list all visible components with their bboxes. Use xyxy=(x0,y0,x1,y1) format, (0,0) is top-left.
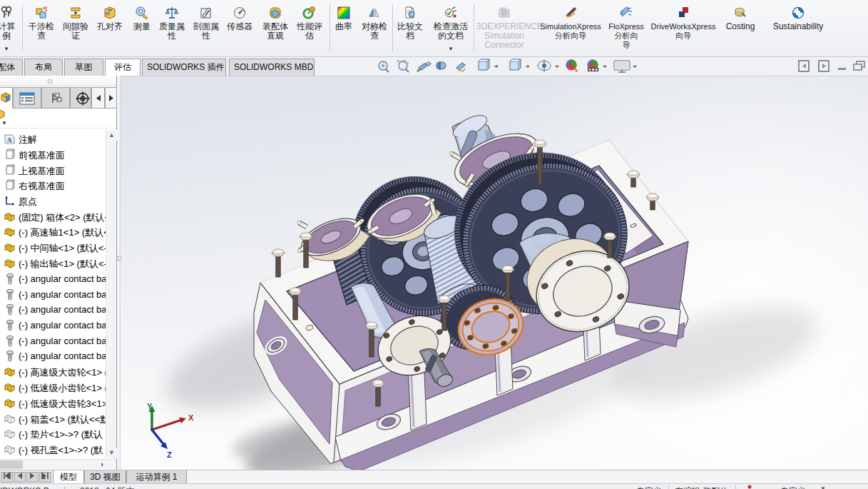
svg-text:X: X xyxy=(188,413,194,422)
svg-text:A: A xyxy=(6,136,12,144)
svg-text:Y: Y xyxy=(147,402,153,410)
svg-text:?: ? xyxy=(410,12,413,17)
svg-text:Z: Z xyxy=(167,450,172,459)
